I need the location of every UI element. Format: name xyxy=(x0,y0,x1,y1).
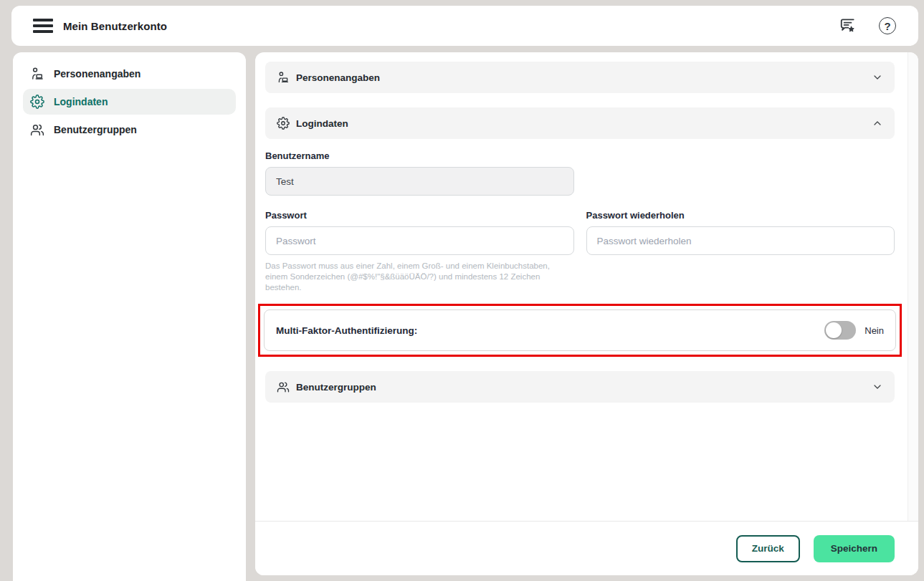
action-footer: Zurück Speichern xyxy=(255,521,918,575)
password-repeat-column: Passwort wiederholen xyxy=(586,196,895,293)
accordion-logindaten[interactable]: Logindaten xyxy=(265,107,895,139)
chevron-down-icon xyxy=(872,72,883,83)
password-input[interactable] xyxy=(265,226,574,255)
feedback-icon[interactable] xyxy=(838,16,857,35)
help-icon[interactable]: ? xyxy=(878,16,897,35)
accordion-personenangaben[interactable]: Personenangaben xyxy=(265,62,895,93)
sidebar-item-label: Logindaten xyxy=(54,96,108,107)
app-header: Mein Benutzerkonto ? xyxy=(11,6,918,46)
sidebar-item-label: Personenangaben xyxy=(54,68,140,80)
mfa-row: Multi-Faktor-Authentifizierung: Nein xyxy=(264,309,896,351)
sidebar-item-label: Benutzergruppen xyxy=(54,124,137,135)
sidebar-item-logindaten[interactable]: Logindaten xyxy=(23,89,236,115)
sidebar-item-personenangaben[interactable]: Personenangaben xyxy=(23,61,236,87)
sidebar-item-benutzergruppen[interactable]: Benutzergruppen xyxy=(23,117,236,143)
gear-icon xyxy=(30,95,44,109)
section-label: Personenangaben xyxy=(296,72,380,83)
users-icon xyxy=(30,123,44,137)
page-title: Mein Benutzerkonto xyxy=(63,20,167,32)
mfa-label: Multi-Faktor-Authentifizierung: xyxy=(276,325,417,336)
username-input[interactable] xyxy=(265,167,574,196)
password-label: Passwort xyxy=(265,210,574,221)
chevron-down-icon xyxy=(872,381,883,393)
password-column: Passwort Das Passwort muss aus einer Zah… xyxy=(265,196,574,293)
main-scroll-area: Personenangaben Logindaten Benutzername … xyxy=(255,52,918,521)
main-content: Personenangaben Logindaten Benutzername … xyxy=(255,52,918,575)
accordion-benutzergruppen[interactable]: Benutzergruppen xyxy=(265,371,895,403)
mfa-toggle[interactable] xyxy=(824,321,856,340)
password-hint: Das Passwort muss aus einer Zahl, einem … xyxy=(265,261,565,293)
question-mark-glyph: ? xyxy=(879,17,896,34)
back-button[interactable]: Zurück xyxy=(736,535,800,562)
mfa-toggle-value: Nein xyxy=(865,325,884,336)
scrollbar-track[interactable] xyxy=(908,52,918,521)
person-icon xyxy=(30,67,44,81)
users-icon xyxy=(277,380,290,393)
mfa-controls: Nein xyxy=(824,321,884,340)
password-repeat-label: Passwort wiederholen xyxy=(586,210,895,221)
header-actions: ? xyxy=(838,16,897,35)
username-label: Benutzername xyxy=(265,150,895,161)
person-icon xyxy=(277,71,290,84)
settings-sidebar: Personenangaben Logindaten Benutzergrupp… xyxy=(13,52,246,581)
section-label: Benutzergruppen xyxy=(296,382,376,393)
gear-icon xyxy=(277,117,290,130)
toggle-knob xyxy=(826,322,842,338)
password-row: Passwort Das Passwort muss aus einer Zah… xyxy=(265,196,895,293)
save-button[interactable]: Speichern xyxy=(814,535,895,562)
chevron-up-icon xyxy=(872,117,883,129)
password-repeat-input[interactable] xyxy=(586,226,895,255)
hamburger-menu-icon[interactable] xyxy=(33,19,53,33)
annotation-highlight-box: Multi-Faktor-Authentifizierung: Nein xyxy=(258,304,902,357)
section-label: Logindaten xyxy=(296,118,348,129)
